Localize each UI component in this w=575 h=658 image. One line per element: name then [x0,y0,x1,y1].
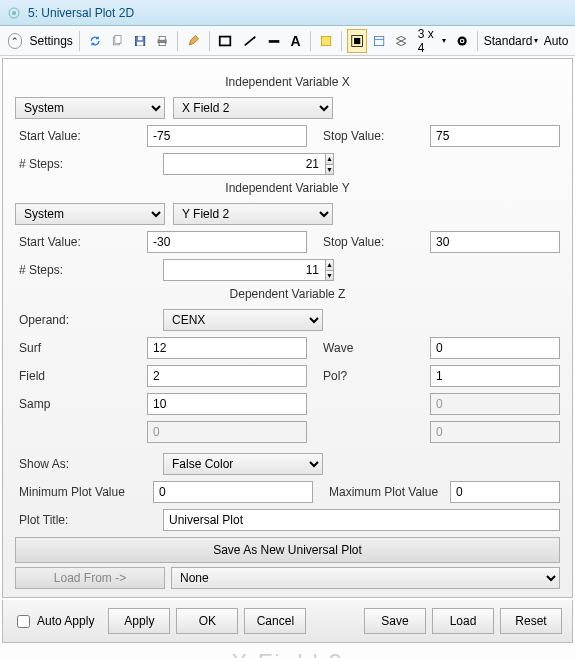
extra3-input [430,421,560,443]
x-steps-input[interactable] [163,153,325,175]
x-steps-label: # Steps: [15,157,155,171]
svg-rect-17 [375,36,384,45]
x-stop-input[interactable] [430,125,560,147]
svg-rect-9 [159,42,165,45]
load-from-button[interactable]: Load From -> [15,567,165,589]
reset-button[interactable]: Reset [500,608,562,634]
save-button[interactable]: Save [364,608,426,634]
section-title-z: Dependent Variable Z [15,287,560,301]
grid-view-icon[interactable] [347,29,367,53]
collapse-button[interactable]: ⌃ [4,29,26,53]
extra1-input [430,393,560,415]
ok-button[interactable]: OK [176,608,238,634]
section-title-y: Independent Variable Y [15,181,560,195]
spin-down-icon[interactable]: ▼ [325,270,334,282]
grid-size-control[interactable]: 3 x 4 ▾ [414,29,450,53]
x-stop-label: Stop Value: [315,129,422,143]
apply-button[interactable]: Apply [108,608,170,634]
cancel-button[interactable]: Cancel [244,608,306,634]
highlight-icon[interactable] [316,29,336,53]
svg-rect-10 [220,36,231,45]
pencil-icon[interactable] [183,29,203,53]
thickness-icon[interactable] [263,29,285,53]
dialog-footer: Auto Apply Apply OK Cancel Save Load Res… [2,600,573,643]
x-steps-spinner[interactable]: ▲▼ [163,153,323,175]
pol-label: Pol? [315,369,422,383]
y-steps-label: # Steps: [15,263,155,277]
x-field-select[interactable]: X Field 2 [173,97,333,119]
extra2-input [147,421,307,443]
min-plot-input[interactable] [153,481,313,503]
showas-select[interactable]: False Color [163,453,323,475]
pol-input[interactable] [430,365,560,387]
x-start-input[interactable] [147,125,307,147]
background-text: X Field 2 [0,649,575,658]
line-tool-icon[interactable] [239,29,261,53]
print-icon[interactable] [152,29,172,53]
plot-title-label: Plot Title: [15,513,155,527]
y-stop-input[interactable] [430,231,560,253]
wave-label: Wave [315,341,422,355]
rectangle-tool-icon[interactable] [214,29,236,53]
title-bar: 5: Universal Plot 2D [0,0,575,26]
plot-title-input[interactable] [163,509,560,531]
auto-dropdown[interactable]: Auto [541,29,571,53]
settings-panel: Independent Variable X System X Field 2 … [2,58,573,598]
layers-icon[interactable] [391,29,411,53]
auto-apply-checkbox[interactable]: Auto Apply [13,612,94,631]
target-icon[interactable] [452,29,472,53]
y-source-select[interactable]: System [15,203,165,225]
field-input[interactable] [147,365,307,387]
operand-select[interactable]: CENX [163,309,323,331]
operand-label: Operand: [15,313,155,327]
y-steps-spinner[interactable]: ▲▼ [163,259,323,281]
svg-rect-8 [159,36,165,40]
app-icon [6,5,22,21]
svg-point-21 [461,39,463,41]
field-label: Field [15,369,139,383]
surf-label: Surf [15,341,139,355]
save-as-new-button[interactable]: Save As New Universal Plot [15,537,560,563]
window-title: 5: Universal Plot 2D [28,6,134,20]
save-icon[interactable] [130,29,150,53]
y-stop-label: Stop Value: [315,235,422,249]
y-start-label: Start Value: [15,235,139,249]
y-start-input[interactable] [147,231,307,253]
svg-rect-14 [321,36,330,45]
svg-rect-16 [354,37,360,43]
spin-down-icon[interactable]: ▼ [325,164,334,176]
x-source-select[interactable]: System [15,97,165,119]
wave-input[interactable] [430,337,560,359]
svg-rect-3 [115,35,121,43]
load-button[interactable]: Load [432,608,494,634]
max-plot-input[interactable] [450,481,560,503]
window-icon[interactable] [369,29,389,53]
min-plot-label: Minimum Plot Value [15,485,145,499]
showas-label: Show As: [15,457,155,471]
svg-rect-5 [138,36,143,40]
section-title-x: Independent Variable X [15,75,560,89]
toolbar: ⌃ Settings A 3 x 4 ▾ Standard ▾ Auto [0,26,575,56]
svg-point-1 [12,11,16,15]
y-steps-input[interactable] [163,259,325,281]
load-from-select[interactable]: None [171,567,560,589]
standard-dropdown[interactable]: Standard ▾ [483,29,539,53]
x-start-label: Start Value: [15,129,139,143]
text-tool-icon[interactable]: A [287,29,305,53]
samp-input[interactable] [147,393,307,415]
svg-rect-13 [268,40,279,43]
surf-input[interactable] [147,337,307,359]
copy-icon[interactable] [107,29,127,53]
spin-up-icon[interactable]: ▲ [325,153,334,164]
spin-up-icon[interactable]: ▲ [325,259,334,270]
max-plot-label: Maximum Plot Value [321,485,442,499]
y-field-select[interactable]: Y Field 2 [173,203,333,225]
svg-rect-6 [137,41,143,45]
samp-label: Samp [15,397,139,411]
refresh-icon[interactable] [85,29,105,53]
settings-button[interactable]: Settings [28,29,74,53]
